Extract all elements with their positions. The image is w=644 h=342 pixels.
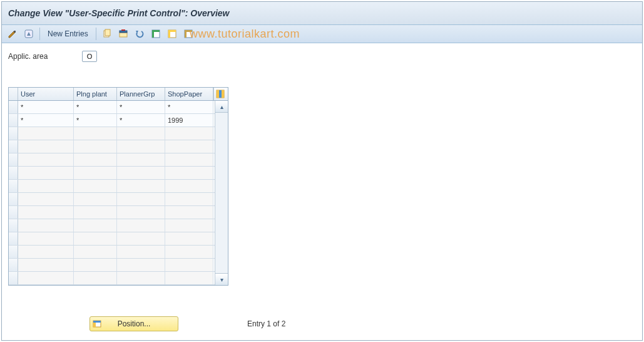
row-selector[interactable]	[9, 246, 18, 258]
cell-plng-plant[interactable]	[74, 140, 117, 153]
cell-plng-plant[interactable]	[74, 193, 117, 205]
scroll-down-icon[interactable]: ▾	[215, 273, 228, 285]
row-selector[interactable]	[9, 206, 18, 219]
cell-plng-plant[interactable]	[74, 246, 117, 258]
cell-plng-plant[interactable]	[74, 180, 117, 192]
row-selector[interactable]	[9, 259, 18, 271]
cell-plng-plant[interactable]: *	[74, 114, 117, 127]
table-row	[9, 193, 215, 206]
scroll-up-icon[interactable]: ▴	[215, 101, 228, 113]
table-scrollbar[interactable]: ▴ ▾	[215, 101, 228, 285]
page-title: Change View "User-Specific Print Control…	[8, 8, 230, 18]
row-selector[interactable]	[9, 167, 18, 179]
cell-planner-grp[interactable]	[117, 153, 165, 166]
cell-user[interactable]	[18, 272, 74, 284]
deselect-all-icon[interactable]	[181, 27, 195, 41]
cell-user[interactable]	[18, 193, 74, 205]
cell-shop-paper[interactable]	[165, 193, 213, 205]
svg-rect-21	[93, 321, 101, 323]
cell-shop-paper[interactable]	[165, 219, 213, 232]
configure-columns-icon[interactable]	[213, 88, 227, 100]
cell-user[interactable]	[18, 180, 74, 192]
cell-shop-paper[interactable]	[165, 140, 213, 153]
cell-user[interactable]: *	[18, 101, 74, 113]
cell-shop-paper[interactable]: 1999	[165, 114, 213, 127]
cell-planner-grp[interactable]	[117, 219, 165, 232]
cell-shop-paper[interactable]	[165, 206, 213, 219]
other-view-icon[interactable]	[22, 27, 36, 41]
cell-shop-paper[interactable]	[165, 272, 213, 284]
cell-planner-grp[interactable]	[117, 232, 165, 245]
cell-user[interactable]	[18, 140, 74, 153]
cell-shop-paper[interactable]	[165, 153, 213, 166]
svg-rect-19	[222, 90, 224, 98]
applic-area-input[interactable]	[82, 51, 97, 62]
row-selector[interactable]	[9, 101, 18, 113]
cell-shop-paper[interactable]: *	[165, 101, 213, 113]
select-block-icon[interactable]	[165, 27, 179, 41]
cell-planner-grp[interactable]	[117, 193, 165, 205]
cell-shop-paper[interactable]	[165, 127, 213, 140]
row-selector[interactable]	[9, 180, 18, 192]
cell-user[interactable]: *	[18, 114, 74, 127]
cell-shop-paper[interactable]	[165, 167, 213, 179]
svg-rect-9	[152, 30, 154, 38]
row-selector[interactable]	[9, 232, 18, 245]
svg-rect-4	[120, 33, 127, 37]
cell-user[interactable]	[18, 232, 74, 245]
new-entries-button[interactable]: New Entries	[44, 28, 92, 39]
cell-planner-grp[interactable]: *	[117, 114, 165, 127]
cell-user[interactable]	[18, 127, 74, 140]
cell-plng-plant[interactable]	[74, 219, 117, 232]
table-row	[9, 153, 215, 167]
row-selector[interactable]	[9, 272, 18, 284]
cell-plng-plant[interactable]	[74, 167, 117, 179]
row-selector[interactable]	[9, 193, 18, 205]
title-bar: Change View "User-Specific Print Control…	[2, 2, 642, 25]
cell-user[interactable]	[18, 219, 74, 232]
cell-shop-paper[interactable]	[165, 246, 213, 258]
cell-plng-plant[interactable]	[74, 272, 117, 284]
row-selector[interactable]	[9, 127, 18, 140]
select-all-icon[interactable]	[149, 27, 163, 41]
toggle-display-change-icon[interactable]	[6, 27, 19, 41]
svg-rect-22	[93, 323, 96, 327]
col-planner-grp[interactable]: PlannerGrp	[117, 88, 165, 100]
cell-shop-paper[interactable]	[165, 259, 213, 271]
undo-icon[interactable]	[133, 27, 146, 41]
cell-planner-grp[interactable]	[117, 180, 165, 192]
svg-rect-0	[14, 31, 16, 33]
cell-user[interactable]	[18, 246, 74, 258]
col-shop-paper[interactable]: ShopPaper	[165, 88, 213, 100]
cell-plng-plant[interactable]	[74, 127, 117, 140]
row-selector[interactable]	[9, 114, 18, 127]
cell-plng-plant[interactable]	[74, 206, 117, 219]
cell-plng-plant[interactable]: *	[74, 101, 117, 113]
cell-user[interactable]	[18, 167, 74, 179]
row-selector[interactable]	[9, 219, 18, 232]
col-plng-plant[interactable]: Plng plant	[74, 88, 117, 100]
row-selector[interactable]	[9, 153, 18, 166]
cell-planner-grp[interactable]	[117, 259, 165, 271]
cell-plng-plant[interactable]	[74, 259, 117, 271]
cell-plng-plant[interactable]	[74, 232, 117, 245]
select-all-header[interactable]	[9, 88, 18, 100]
cell-planner-grp[interactable]	[117, 140, 165, 153]
cell-planner-grp[interactable]	[117, 167, 165, 179]
cell-shop-paper[interactable]	[165, 232, 213, 245]
cell-user[interactable]	[18, 153, 74, 166]
cell-plng-plant[interactable]	[74, 153, 117, 166]
cell-planner-grp[interactable]	[117, 127, 165, 140]
cell-planner-grp[interactable]	[117, 272, 165, 284]
cell-user[interactable]	[18, 206, 74, 219]
position-button[interactable]: Position...	[89, 316, 178, 331]
copy-icon[interactable]	[100, 27, 114, 41]
cell-planner-grp[interactable]	[117, 246, 165, 258]
col-user[interactable]: User	[18, 88, 74, 100]
delete-icon[interactable]	[116, 27, 130, 41]
cell-planner-grp[interactable]: *	[117, 101, 165, 113]
cell-planner-grp[interactable]	[117, 206, 165, 219]
row-selector[interactable]	[9, 140, 18, 153]
cell-user[interactable]	[18, 259, 74, 271]
cell-shop-paper[interactable]	[165, 180, 213, 192]
